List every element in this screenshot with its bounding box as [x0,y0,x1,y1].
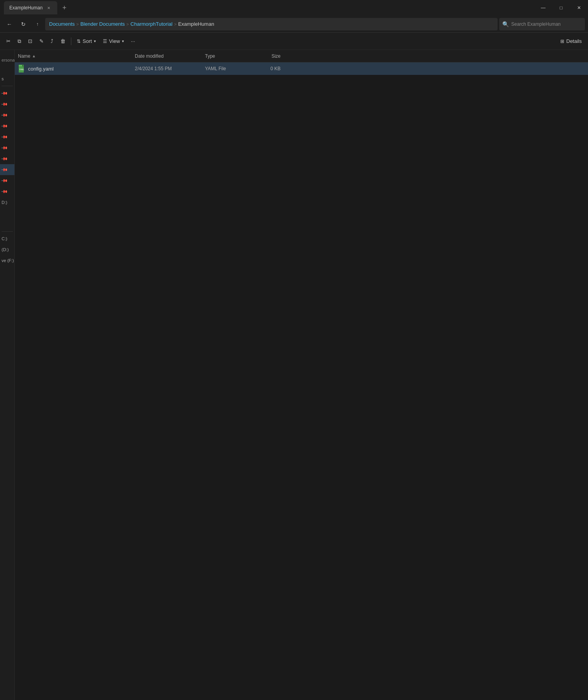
file-date-cell: 2/4/2024 1:55 PM [132,66,202,71]
paste-button[interactable]: ⊡ [25,35,35,48]
titlebar-controls: — □ ✕ [534,0,588,16]
copy-button[interactable]: ⧉ [14,35,24,48]
svg-text:YAML: YAML [19,68,24,71]
breadcrumb-sep-3: > [174,22,177,27]
breadcrumb-current: ExampleHuman [178,21,214,27]
titlebar-left: ExampleHuman ✕ + [4,1,70,14]
refresh-button[interactable]: ↻ [17,18,30,30]
sidebar-drive-f[interactable]: ve (F:) [0,255,14,266]
empty-file-area[interactable] [15,75,588,700]
rename-button[interactable]: ✎ [36,35,47,48]
column-headers: Name ▲ Date modified Type Size [15,50,588,62]
file-size-cell: 0 KB [253,66,284,71]
sidebar-pinned-section: 📌 📌 📌 📌 📌 📌 📌 📌 [0,88,14,197]
file-name-cell: YAML config.yaml [15,65,132,73]
pin-icon-4: 📌 [0,122,8,129]
sidebar-drive-d[interactable]: (D:) [0,244,14,255]
more-icon: ··· [131,38,135,44]
rename-icon: ✎ [39,38,44,44]
pin-icon-7: 📌 [0,155,8,162]
details-panel-icon: ⊞ [560,39,564,44]
view-chevron-icon: ▾ [122,39,124,43]
navbar: ← ↻ ↑ Documents > Blender Documents > Ch… [0,16,588,33]
sidebar-section-s: s [0,73,14,84]
share-button[interactable]: ⤴ [48,35,57,48]
view-button[interactable]: ☰ View ▾ [100,35,127,48]
file-row-config-yaml[interactable]: YAML config.yaml 2/4/2024 1:55 PM YAML F… [15,62,588,75]
sidebar-pinned-4[interactable]: 📌 [0,121,14,131]
pin-icon-3: 📌 [0,111,8,119]
sidebar-pinned-2[interactable]: 📌 [0,99,14,110]
file-name-text: config.yaml [28,66,54,72]
sidebar-drive-d-label: D:) [2,200,7,205]
breadcrumb-blender[interactable]: Blender Documents [80,21,125,27]
col-header-size[interactable]: Size [253,53,284,59]
left-sidebar: ersona s 📌 📌 📌 📌 📌 📌 [0,50,15,700]
sidebar-pinned-9[interactable]: 📌 [0,175,14,186]
more-button[interactable]: ··· [128,35,138,48]
sidebar-pinned-1[interactable]: 📌 [0,88,14,99]
sidebar-pinned-7[interactable]: 📌 [0,153,14,164]
new-tab-button[interactable]: + [59,2,70,13]
cut-button[interactable]: ✂ [3,35,14,48]
sidebar-pinned-10[interactable]: 📌 [0,186,14,197]
search-icon: 🔍 [502,21,509,27]
minimize-button[interactable]: — [534,0,552,16]
sidebar-drive-c-label: C:) [2,236,7,241]
sidebar-pinned-6[interactable]: 📌 [0,142,14,153]
share-icon: ⤴ [51,38,53,44]
sort-label: Sort [83,38,92,44]
search-placeholder: Search ExampleHuman [511,21,561,27]
file-type-cell: YAML File [202,66,253,71]
sidebar-drive-f-label: ve (F:) [2,258,14,263]
delete-icon: 🗑 [60,38,65,44]
sidebar-persona-label: ersona [0,50,14,63]
sidebar-drive-c[interactable]: C:) [0,233,14,244]
col-header-type[interactable]: Type [202,53,253,59]
details-label: Details [566,38,582,44]
pin-icon-1: 📌 [0,89,8,97]
view-icon: ☰ [103,39,107,44]
refresh-icon: ↻ [21,21,26,27]
copy-icon: ⧉ [18,38,21,44]
sort-icon: ⇅ [77,39,81,44]
breadcrumb-documents[interactable]: Documents [49,21,75,27]
up-button[interactable]: ↑ [31,18,44,30]
search-bar[interactable]: 🔍 Search ExampleHuman [499,18,585,30]
sidebar-drives-section: C:) (D:) ve (F:) [0,233,14,266]
view-label: View [109,38,120,44]
breadcrumb-bar: Documents > Blender Documents > Charmorp… [45,18,498,30]
tab-area: ExampleHuman ✕ + [4,1,70,14]
sidebar-drive-d2-label: (D:) [2,247,9,252]
toolbar: ✂ ⧉ ⊡ ✎ ⤴ 🗑 ⇅ Sort ▾ ☰ View ▾ ··· ⊞ Deta… [0,33,588,50]
breadcrumb-charmorph[interactable]: CharmorphTutorial [131,21,173,27]
back-button[interactable]: ← [3,18,16,30]
sidebar-pinned-5[interactable]: 📌 [0,131,14,142]
pin-icon-8: 📌 [0,166,8,173]
up-icon: ↑ [36,21,39,27]
yaml-file-icon: YAML [18,65,26,73]
toolbar-separator-1 [71,37,71,45]
titlebar: ExampleHuman ✕ + — □ ✕ [0,0,588,16]
tab-active[interactable]: ExampleHuman ✕ [4,1,57,14]
paste-icon: ⊡ [28,38,32,44]
tab-close-button[interactable]: ✕ [46,5,52,11]
pin-icon-6: 📌 [0,144,8,151]
tab-label: ExampleHuman [9,5,42,11]
pin-icon-5: 📌 [0,133,8,140]
close-button[interactable]: ✕ [570,0,588,16]
svg-rect-2 [19,65,22,66]
delete-button[interactable]: 🗑 [57,35,69,48]
sort-button[interactable]: ⇅ Sort ▾ [74,35,99,48]
details-button[interactable]: ⊞ Details [557,35,585,48]
pin-icon-9: 📌 [0,177,8,184]
sidebar-drive-d-short[interactable]: D:) [0,197,14,208]
col-header-name[interactable]: Name ▲ [15,53,132,59]
sidebar-s-label: s [2,76,4,81]
sidebar-pinned-8[interactable]: 📌 [0,164,14,175]
sidebar-pinned-3[interactable]: 📌 [0,110,14,121]
sort-arrow-icon: ▲ [32,54,36,58]
col-header-date[interactable]: Date modified [132,53,202,59]
main-area: ersona s 📌 📌 📌 📌 📌 📌 [0,50,588,700]
maximize-button[interactable]: □ [552,0,570,16]
